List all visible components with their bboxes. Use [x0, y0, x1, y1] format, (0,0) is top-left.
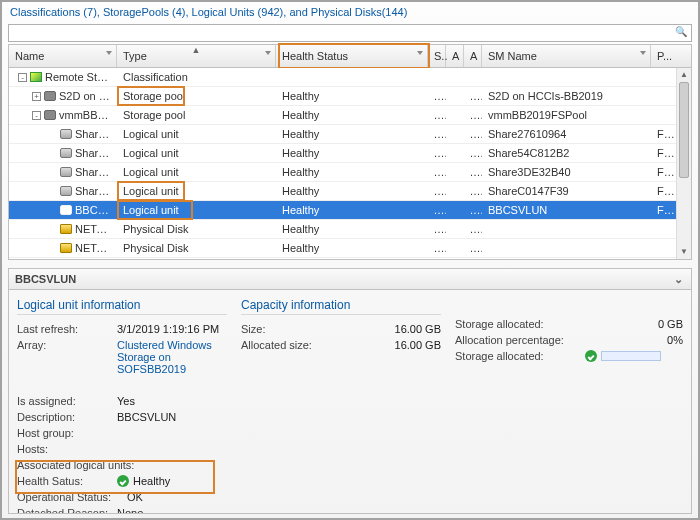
col-s[interactable]: S..: [428, 45, 446, 67]
table-row[interactable]: Share3DE32...Logical unitHealthy......Sh…: [9, 163, 691, 182]
table-row[interactable]: BBCSVLUNLogical unitHealthy......BBCSVLU…: [9, 201, 691, 220]
table-row[interactable]: ShareC0147F...Logical unitHealthy......S…: [9, 182, 691, 201]
vertical-scrollbar[interactable]: ▲ ▼: [676, 68, 691, 259]
capacity-info: Capacity information Size:16.00 GB Alloc…: [241, 298, 441, 505]
section-title: Logical unit information: [17, 298, 227, 312]
pool-icon: [44, 91, 56, 101]
col-type[interactable]: ▲Type: [117, 45, 276, 67]
expand-icon[interactable]: -: [32, 111, 41, 120]
lu-icon: [60, 129, 72, 139]
chevron-down-icon[interactable]: [640, 51, 646, 55]
sort-asc-icon: ▲: [192, 45, 201, 55]
row-name: vmmBB2019FSP...: [59, 109, 111, 121]
table-row[interactable]: -Remote StorageClassification: [9, 68, 691, 87]
ok-icon: [585, 350, 597, 362]
detail-body: Logical unit information Last refresh:3/…: [8, 290, 692, 514]
row-name: Remote Storage: [45, 71, 111, 83]
storage-allocated: 0 GB: [585, 318, 683, 330]
table-row[interactable]: NETAPP LUN...Physical DiskHealthy......: [9, 258, 691, 260]
pd-icon: [60, 243, 72, 253]
scroll-track[interactable]: [677, 82, 691, 245]
chevron-down-icon[interactable]: [417, 51, 423, 55]
progress-bar: [601, 351, 661, 361]
col-health-status[interactable]: Health Status: [276, 45, 428, 67]
col-sm-name[interactable]: SM Name: [482, 45, 651, 67]
table-row[interactable]: -vmmBB2019FSP...Storage poolHealthy.....…: [9, 106, 691, 125]
lu-icon: [60, 167, 72, 177]
row-name: NETAPP LUN...: [75, 223, 111, 235]
row-name: ShareC0147F...: [75, 185, 111, 197]
row-name: Share3DE32...: [75, 166, 111, 178]
col-a[interactable]: A: [446, 45, 464, 67]
grid-header: Name ▲Type Health Status S.. A A SM Name…: [8, 44, 692, 68]
allocated-size: 16.00 GB: [341, 339, 441, 351]
pool-icon: [44, 110, 56, 120]
ok-icon: [117, 475, 129, 487]
lu-icon: [60, 186, 72, 196]
hosts: [117, 443, 227, 455]
grid-body[interactable]: -Remote StorageClassification+S2D on HCC…: [8, 68, 692, 260]
scroll-down-icon[interactable]: ▼: [677, 245, 691, 259]
col-a2[interactable]: A: [464, 45, 482, 67]
allocation-info: Storage allocated:0 GB Allocation percen…: [455, 298, 683, 505]
scroll-up-icon[interactable]: ▲: [677, 68, 691, 82]
expand-icon[interactable]: +: [32, 92, 41, 101]
lu-icon: [60, 205, 72, 215]
col-name[interactable]: Name: [9, 45, 117, 67]
description: BBCSVLUN: [117, 411, 227, 423]
row-name: Share54C81...: [75, 147, 111, 159]
col-p[interactable]: P...: [651, 45, 677, 67]
array-link[interactable]: Clustered Windows Storage on SOFSBB2019: [117, 339, 227, 375]
host-group: [117, 427, 227, 439]
section-title: Capacity information: [241, 298, 441, 312]
expand-icon[interactable]: -: [18, 73, 27, 82]
row-name: NETAPP LUN...: [75, 242, 111, 254]
table-row[interactable]: NETAPP LUN...Physical DiskHealthy......: [9, 239, 691, 258]
health-status: Healthy: [117, 475, 227, 487]
chevron-down-icon[interactable]: ⌄: [674, 273, 683, 286]
lu-icon: [60, 148, 72, 158]
search-input[interactable]: 🔍: [8, 24, 692, 42]
chevron-down-icon[interactable]: [106, 51, 112, 55]
table-row[interactable]: +S2D on HCCIs-B...Storage poolHealthy...…: [9, 87, 691, 106]
storage-window: Classifications (7), StoragePools (4), L…: [0, 0, 700, 520]
page-title: Classifications (7), StoragePools (4), L…: [2, 2, 698, 24]
root-icon: [30, 72, 42, 82]
detached-reason: None: [117, 507, 227, 514]
is-assigned: Yes: [117, 395, 227, 407]
table-row[interactable]: Share276109...Logical unitHealthy......S…: [9, 125, 691, 144]
pd-icon: [60, 224, 72, 234]
size: 16.00 GB: [341, 323, 441, 335]
row-name: Share276109...: [75, 128, 111, 140]
table-row[interactable]: Share54C81...Logical unitHealthy......Sh…: [9, 144, 691, 163]
logical-unit-info: Logical unit information Last refresh:3/…: [17, 298, 227, 505]
operational-status: OK: [127, 491, 227, 503]
scroll-thumb[interactable]: [679, 82, 689, 178]
search-icon: 🔍: [675, 26, 687, 37]
storage-allocated-bar: [585, 350, 683, 362]
chevron-down-icon[interactable]: [265, 51, 271, 55]
row-name: BBCSVLUN: [75, 204, 111, 216]
last-refresh: 3/1/2019 1:19:16 PM: [117, 323, 227, 335]
detail-header[interactable]: BBCSVLUN ⌄: [8, 268, 692, 290]
row-name: S2D on HCCIs-B...: [59, 90, 111, 102]
table-row[interactable]: NETAPP LUN...Physical DiskHealthy......: [9, 220, 691, 239]
allocation-percentage: 0%: [585, 334, 683, 346]
